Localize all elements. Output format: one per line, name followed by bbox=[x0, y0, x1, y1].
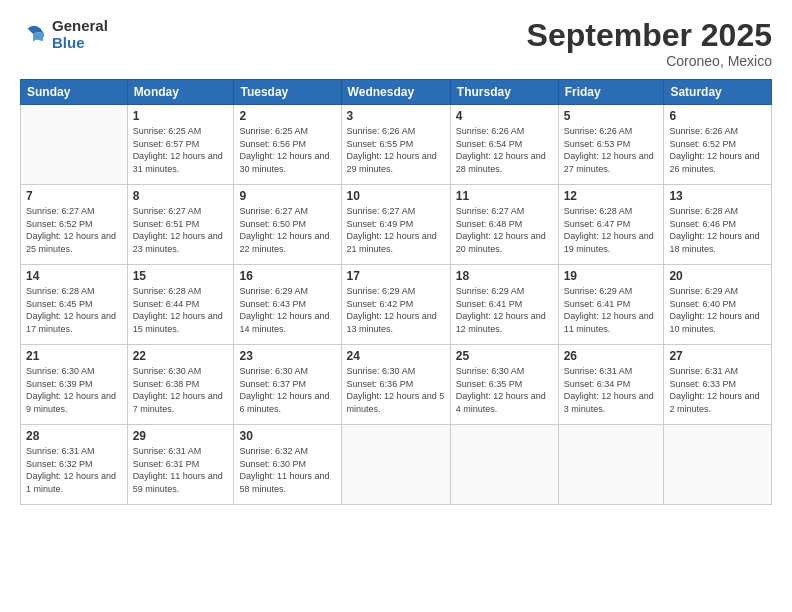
table-row: 19 Sunrise: 6:29 AMSunset: 6:41 PMDaylig… bbox=[558, 265, 664, 345]
day-detail: Sunrise: 6:32 AMSunset: 6:30 PMDaylight:… bbox=[239, 446, 329, 494]
month-title: September 2025 bbox=[527, 18, 772, 53]
day-number: 3 bbox=[347, 109, 445, 123]
day-detail: Sunrise: 6:30 AMSunset: 6:35 PMDaylight:… bbox=[456, 366, 546, 414]
day-number: 24 bbox=[347, 349, 445, 363]
col-saturday: Saturday bbox=[664, 80, 772, 105]
calendar-week-row: 28 Sunrise: 6:31 AMSunset: 6:32 PMDaylig… bbox=[21, 425, 772, 505]
day-number: 20 bbox=[669, 269, 766, 283]
day-detail: Sunrise: 6:30 AMSunset: 6:39 PMDaylight:… bbox=[26, 366, 116, 414]
calendar-table: Sunday Monday Tuesday Wednesday Thursday… bbox=[20, 79, 772, 505]
day-number: 5 bbox=[564, 109, 659, 123]
table-row: 6 Sunrise: 6:26 AMSunset: 6:52 PMDayligh… bbox=[664, 105, 772, 185]
col-thursday: Thursday bbox=[450, 80, 558, 105]
day-number: 29 bbox=[133, 429, 229, 443]
table-row: 17 Sunrise: 6:29 AMSunset: 6:42 PMDaylig… bbox=[341, 265, 450, 345]
table-row: 25 Sunrise: 6:30 AMSunset: 6:35 PMDaylig… bbox=[450, 345, 558, 425]
table-row: 16 Sunrise: 6:29 AMSunset: 6:43 PMDaylig… bbox=[234, 265, 341, 345]
col-wednesday: Wednesday bbox=[341, 80, 450, 105]
day-number: 8 bbox=[133, 189, 229, 203]
col-sunday: Sunday bbox=[21, 80, 128, 105]
table-row: 15 Sunrise: 6:28 AMSunset: 6:44 PMDaylig… bbox=[127, 265, 234, 345]
day-detail: Sunrise: 6:27 AMSunset: 6:49 PMDaylight:… bbox=[347, 206, 437, 254]
table-row: 1 Sunrise: 6:25 AMSunset: 6:57 PMDayligh… bbox=[127, 105, 234, 185]
day-number: 27 bbox=[669, 349, 766, 363]
day-number: 2 bbox=[239, 109, 335, 123]
table-row: 24 Sunrise: 6:30 AMSunset: 6:36 PMDaylig… bbox=[341, 345, 450, 425]
day-detail: Sunrise: 6:31 AMSunset: 6:34 PMDaylight:… bbox=[564, 366, 654, 414]
day-number: 21 bbox=[26, 349, 122, 363]
table-row: 26 Sunrise: 6:31 AMSunset: 6:34 PMDaylig… bbox=[558, 345, 664, 425]
day-detail: Sunrise: 6:30 AMSunset: 6:37 PMDaylight:… bbox=[239, 366, 329, 414]
day-number: 22 bbox=[133, 349, 229, 363]
day-number: 18 bbox=[456, 269, 553, 283]
table-row bbox=[558, 425, 664, 505]
table-row: 23 Sunrise: 6:30 AMSunset: 6:37 PMDaylig… bbox=[234, 345, 341, 425]
table-row: 14 Sunrise: 6:28 AMSunset: 6:45 PMDaylig… bbox=[21, 265, 128, 345]
day-detail: Sunrise: 6:31 AMSunset: 6:33 PMDaylight:… bbox=[669, 366, 759, 414]
day-detail: Sunrise: 6:27 AMSunset: 6:50 PMDaylight:… bbox=[239, 206, 329, 254]
logo-general-text: General bbox=[52, 18, 108, 35]
day-detail: Sunrise: 6:26 AMSunset: 6:54 PMDaylight:… bbox=[456, 126, 546, 174]
table-row: 9 Sunrise: 6:27 AMSunset: 6:50 PMDayligh… bbox=[234, 185, 341, 265]
day-number: 28 bbox=[26, 429, 122, 443]
day-detail: Sunrise: 6:28 AMSunset: 6:45 PMDaylight:… bbox=[26, 286, 116, 334]
day-number: 12 bbox=[564, 189, 659, 203]
day-detail: Sunrise: 6:27 AMSunset: 6:48 PMDaylight:… bbox=[456, 206, 546, 254]
day-number: 26 bbox=[564, 349, 659, 363]
col-monday: Monday bbox=[127, 80, 234, 105]
day-number: 17 bbox=[347, 269, 445, 283]
table-row: 5 Sunrise: 6:26 AMSunset: 6:53 PMDayligh… bbox=[558, 105, 664, 185]
day-detail: Sunrise: 6:29 AMSunset: 6:41 PMDaylight:… bbox=[564, 286, 654, 334]
table-row: 29 Sunrise: 6:31 AMSunset: 6:31 PMDaylig… bbox=[127, 425, 234, 505]
table-row: 20 Sunrise: 6:29 AMSunset: 6:40 PMDaylig… bbox=[664, 265, 772, 345]
calendar-week-row: 1 Sunrise: 6:25 AMSunset: 6:57 PMDayligh… bbox=[21, 105, 772, 185]
table-row: 2 Sunrise: 6:25 AMSunset: 6:56 PMDayligh… bbox=[234, 105, 341, 185]
day-number: 16 bbox=[239, 269, 335, 283]
day-number: 25 bbox=[456, 349, 553, 363]
table-row: 30 Sunrise: 6:32 AMSunset: 6:30 PMDaylig… bbox=[234, 425, 341, 505]
day-number: 11 bbox=[456, 189, 553, 203]
logo-text: General Blue bbox=[52, 18, 108, 51]
day-detail: Sunrise: 6:29 AMSunset: 6:43 PMDaylight:… bbox=[239, 286, 329, 334]
day-number: 1 bbox=[133, 109, 229, 123]
location: Coroneo, Mexico bbox=[527, 53, 772, 69]
table-row bbox=[341, 425, 450, 505]
day-detail: Sunrise: 6:26 AMSunset: 6:52 PMDaylight:… bbox=[669, 126, 759, 174]
col-friday: Friday bbox=[558, 80, 664, 105]
logo-blue-text: Blue bbox=[52, 35, 108, 52]
logo-icon bbox=[20, 21, 48, 49]
day-detail: Sunrise: 6:25 AMSunset: 6:56 PMDaylight:… bbox=[239, 126, 329, 174]
day-number: 14 bbox=[26, 269, 122, 283]
calendar-week-row: 14 Sunrise: 6:28 AMSunset: 6:45 PMDaylig… bbox=[21, 265, 772, 345]
day-number: 7 bbox=[26, 189, 122, 203]
table-row: 11 Sunrise: 6:27 AMSunset: 6:48 PMDaylig… bbox=[450, 185, 558, 265]
title-block: September 2025 Coroneo, Mexico bbox=[527, 18, 772, 69]
table-row: 10 Sunrise: 6:27 AMSunset: 6:49 PMDaylig… bbox=[341, 185, 450, 265]
calendar-week-row: 21 Sunrise: 6:30 AMSunset: 6:39 PMDaylig… bbox=[21, 345, 772, 425]
table-row: 22 Sunrise: 6:30 AMSunset: 6:38 PMDaylig… bbox=[127, 345, 234, 425]
day-detail: Sunrise: 6:25 AMSunset: 6:57 PMDaylight:… bbox=[133, 126, 223, 174]
day-detail: Sunrise: 6:31 AMSunset: 6:31 PMDaylight:… bbox=[133, 446, 223, 494]
calendar-header-row: Sunday Monday Tuesday Wednesday Thursday… bbox=[21, 80, 772, 105]
table-row: 13 Sunrise: 6:28 AMSunset: 6:46 PMDaylig… bbox=[664, 185, 772, 265]
table-row: 18 Sunrise: 6:29 AMSunset: 6:41 PMDaylig… bbox=[450, 265, 558, 345]
table-row: 27 Sunrise: 6:31 AMSunset: 6:33 PMDaylig… bbox=[664, 345, 772, 425]
day-detail: Sunrise: 6:31 AMSunset: 6:32 PMDaylight:… bbox=[26, 446, 116, 494]
day-detail: Sunrise: 6:30 AMSunset: 6:36 PMDaylight:… bbox=[347, 366, 445, 414]
table-row: 12 Sunrise: 6:28 AMSunset: 6:47 PMDaylig… bbox=[558, 185, 664, 265]
day-detail: Sunrise: 6:28 AMSunset: 6:46 PMDaylight:… bbox=[669, 206, 759, 254]
day-detail: Sunrise: 6:27 AMSunset: 6:52 PMDaylight:… bbox=[26, 206, 116, 254]
calendar-week-row: 7 Sunrise: 6:27 AMSunset: 6:52 PMDayligh… bbox=[21, 185, 772, 265]
col-tuesday: Tuesday bbox=[234, 80, 341, 105]
header: General Blue September 2025 Coroneo, Mex… bbox=[20, 18, 772, 69]
day-number: 4 bbox=[456, 109, 553, 123]
table-row: 7 Sunrise: 6:27 AMSunset: 6:52 PMDayligh… bbox=[21, 185, 128, 265]
table-row bbox=[21, 105, 128, 185]
table-row: 8 Sunrise: 6:27 AMSunset: 6:51 PMDayligh… bbox=[127, 185, 234, 265]
day-number: 19 bbox=[564, 269, 659, 283]
day-detail: Sunrise: 6:29 AMSunset: 6:41 PMDaylight:… bbox=[456, 286, 546, 334]
day-number: 10 bbox=[347, 189, 445, 203]
day-detail: Sunrise: 6:26 AMSunset: 6:55 PMDaylight:… bbox=[347, 126, 437, 174]
day-detail: Sunrise: 6:27 AMSunset: 6:51 PMDaylight:… bbox=[133, 206, 223, 254]
day-detail: Sunrise: 6:29 AMSunset: 6:42 PMDaylight:… bbox=[347, 286, 437, 334]
